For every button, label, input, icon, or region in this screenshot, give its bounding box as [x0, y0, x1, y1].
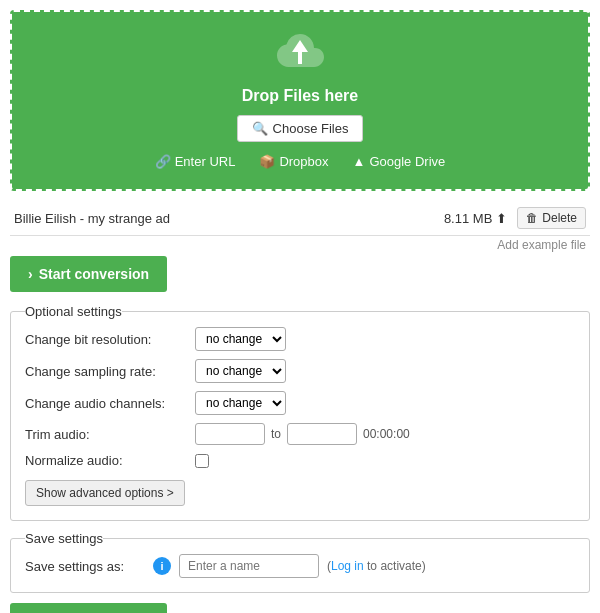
audio-channels-label: Change audio channels:: [25, 396, 195, 411]
optional-settings-legend: Optional settings: [25, 304, 122, 319]
sampling-rate-row: Change sampling rate: no change: [25, 359, 575, 383]
dropzone[interactable]: Drop Files here 🔍 Choose Files 🔗 Enter U…: [10, 10, 590, 191]
trim-controls: to 00:00:00: [195, 423, 410, 445]
upload-icon: [32, 32, 568, 81]
upload-arrow-icon: ⬆: [496, 211, 507, 226]
sampling-rate-label: Change sampling rate:: [25, 364, 195, 379]
dropbox-link[interactable]: 📦 Dropbox: [259, 154, 328, 169]
gdrive-link[interactable]: ▲ Google Drive: [353, 154, 446, 169]
start-conversion-button-top[interactable]: › Start conversion: [10, 256, 167, 292]
trim-audio-label: Trim audio:: [25, 427, 195, 442]
trim-start-input[interactable]: [195, 423, 265, 445]
search-icon: 🔍: [252, 121, 268, 136]
trim-end-input[interactable]: [287, 423, 357, 445]
chevron-icon: ›: [28, 266, 33, 282]
file-name: Billie Eilish - my strange ad: [14, 211, 234, 226]
dropzone-links: 🔗 Enter URL 📦 Dropbox ▲ Google Drive: [32, 154, 568, 169]
enter-url-link[interactable]: 🔗 Enter URL: [155, 154, 236, 169]
trim-time-display: 00:00:00: [363, 427, 410, 441]
dropbox-icon: 📦: [259, 154, 275, 169]
show-advanced-button[interactable]: Show advanced options >: [25, 480, 185, 506]
login-link: (Log in to activate): [327, 559, 426, 573]
normalize-checkbox[interactable]: [195, 454, 209, 468]
bit-resolution-label: Change bit resolution:: [25, 332, 195, 347]
audio-channels-row: Change audio channels: no change: [25, 391, 575, 415]
delete-button[interactable]: 🗑 Delete: [517, 207, 586, 229]
page-wrapper: Drop Files here 🔍 Choose Files 🔗 Enter U…: [0, 0, 600, 613]
trim-audio-row: Trim audio: to 00:00:00: [25, 423, 575, 445]
save-settings-panel: Save settings Save settings as: i (Log i…: [10, 531, 590, 593]
save-settings-legend: Save settings: [25, 531, 103, 546]
drop-text: Drop Files here: [32, 87, 568, 105]
audio-channels-select[interactable]: no change: [195, 391, 286, 415]
delete-icon: 🗑: [526, 211, 538, 225]
save-name-input[interactable]: [179, 554, 319, 578]
gdrive-icon: ▲: [353, 154, 366, 169]
bit-resolution-select[interactable]: no change: [195, 327, 286, 351]
add-example: Add example file: [10, 236, 590, 256]
info-icon[interactable]: i: [153, 557, 171, 575]
save-settings-row: Save settings as: i (Log in to activate): [25, 554, 575, 578]
normalize-audio-label: Normalize audio:: [25, 453, 195, 468]
start-conversion-button-bottom[interactable]: › Start conversion: [10, 603, 167, 613]
save-settings-label: Save settings as:: [25, 559, 145, 574]
bit-resolution-row: Change bit resolution: no change: [25, 327, 575, 351]
sampling-rate-select[interactable]: no change: [195, 359, 286, 383]
trim-to-label: to: [271, 427, 281, 441]
link-icon: 🔗: [155, 154, 171, 169]
file-row: Billie Eilish - my strange ad 8.11 MB ⬆ …: [10, 201, 590, 236]
login-anchor[interactable]: Log in: [331, 559, 364, 573]
optional-settings-panel: Optional settings Change bit resolution:…: [10, 304, 590, 521]
choose-files-button[interactable]: 🔍 Choose Files: [237, 115, 364, 142]
file-size: 8.11 MB ⬆: [444, 211, 507, 226]
normalize-audio-row: Normalize audio:: [25, 453, 575, 468]
